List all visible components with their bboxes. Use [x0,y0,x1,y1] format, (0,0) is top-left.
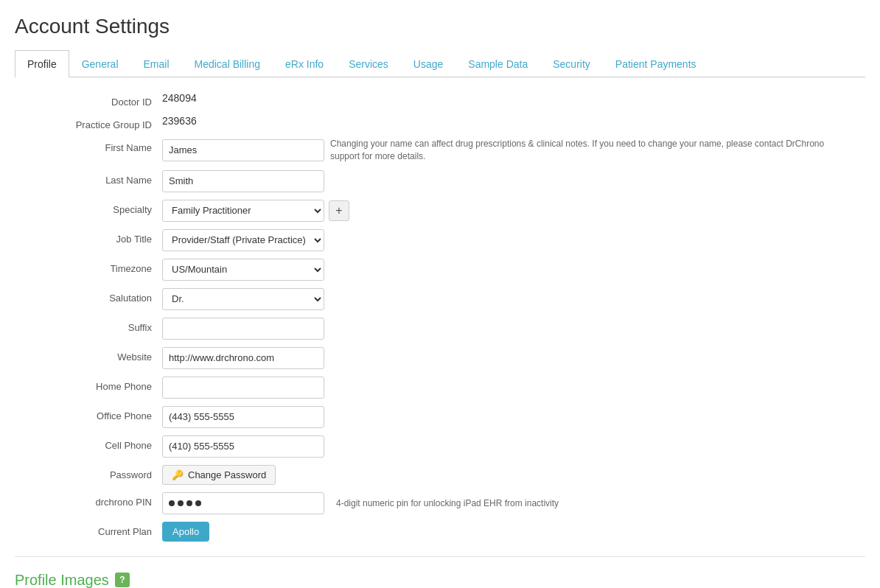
suffix-label: Suffix [15,318,162,333]
specialty-label: Specialty [15,200,162,215]
doctor-id-value: 248094 [162,92,197,104]
tab-profile[interactable]: Profile [15,50,69,77]
salutation-row: Salutation Dr. Mr. Mrs. Ms. Prof. [15,288,865,310]
salutation-label: Salutation [15,288,162,304]
home-phone-label: Home Phone [15,377,162,392]
change-password-button[interactable]: 🔑 Change Password [162,465,276,485]
timezone-label: Timezone [15,259,162,274]
practice-group-id-label: Practice Group ID [15,115,162,130]
job-title-label: Job Title [15,229,162,245]
pin-row: drchrono PIN 4-digit numeric pin for unl… [15,492,865,514]
suffix-row: Suffix [15,318,865,340]
suffix-input[interactable] [162,318,324,340]
website-label: Website [15,347,162,363]
home-phone-row: Home Phone [15,377,865,399]
tab-services[interactable]: Services [336,50,401,77]
first-name-input[interactable] [162,139,324,161]
doctor-id-row: Doctor ID 248094 [15,92,865,108]
pin-dot-1 [169,500,175,506]
tab-erx-info[interactable]: eRx Info [273,50,336,77]
profile-images-title: Profile Images [15,572,109,588]
timezone-row: Timezone US/Mountain US/Eastern US/Centr… [15,259,865,281]
tab-medical-billing[interactable]: Medical Billing [182,50,273,77]
key-icon: 🔑 [172,469,184,480]
password-label: Password [15,465,162,480]
office-phone-label: Office Phone [15,406,162,421]
tab-bar: Profile General Email Medical Billing eR… [15,50,865,77]
cell-phone-label: Cell Phone [15,435,162,451]
pin-display [162,492,324,514]
cell-phone-input[interactable] [162,435,324,458]
add-specialty-button[interactable]: + [329,200,349,221]
pin-dot-4 [195,500,201,506]
page-title: Account Settings [15,15,865,38]
home-phone-input[interactable] [162,377,324,399]
tab-email[interactable]: Email [131,50,182,77]
timezone-select[interactable]: US/Mountain US/Eastern US/Central US/Pac… [162,259,324,281]
tab-general[interactable]: General [69,50,131,77]
password-row: Password 🔑 Change Password [15,465,865,485]
tab-patient-payments[interactable]: Patient Payments [603,50,709,77]
website-row: Website [15,347,865,369]
profile-images-title-row: Profile Images ? [15,572,865,588]
profile-form: Doctor ID 248094 Practice Group ID 23963… [15,92,865,542]
section-divider [15,556,865,557]
last-name-label: Last Name [15,170,162,186]
job-title-row: Job Title Provider/Staff (Private Practi… [15,229,865,251]
tab-sample-data[interactable]: Sample Data [455,50,540,77]
cell-phone-row: Cell Phone [15,435,865,458]
salutation-select[interactable]: Dr. Mr. Mrs. Ms. Prof. [162,288,324,310]
first-name-label: First Name [15,138,162,153]
last-name-row: Last Name [15,170,865,192]
pin-label: drchrono PIN [15,492,162,508]
doctor-id-label: Doctor ID [15,92,162,108]
current-plan-label: Current Plan [15,522,162,537]
first-name-row: First Name Changing your name can affect… [15,138,865,163]
profile-images-section: Profile Images ? Profile Picture Choose … [15,572,865,588]
practice-group-id-value: 239636 [162,115,197,127]
tab-security[interactable]: Security [540,50,603,77]
website-input[interactable] [162,347,324,369]
tab-usage[interactable]: Usage [401,50,455,77]
help-icon[interactable]: ? [115,573,130,587]
last-name-input[interactable] [162,170,324,192]
practice-group-id-row: Practice Group ID 239636 [15,115,865,130]
change-password-label: Change Password [188,469,266,480]
job-title-select[interactable]: Provider/Staff (Private Practice) Physic… [162,229,324,251]
current-plan-row: Current Plan Apollo [15,522,865,542]
office-phone-row: Office Phone [15,406,865,428]
plan-apollo-button[interactable]: Apollo [162,522,209,542]
specialty-select[interactable]: Family Practitioner Internal Medicine Pe… [162,200,324,222]
pin-dot-3 [186,500,192,506]
pin-dot-2 [178,500,184,506]
first-name-warning: Changing your name can affect drug presc… [330,138,831,163]
pin-hint: 4-digit numeric pin for unlocking iPad E… [336,498,559,508]
office-phone-input[interactable] [162,406,324,428]
specialty-row: Specialty Family Practitioner Internal M… [15,200,865,222]
